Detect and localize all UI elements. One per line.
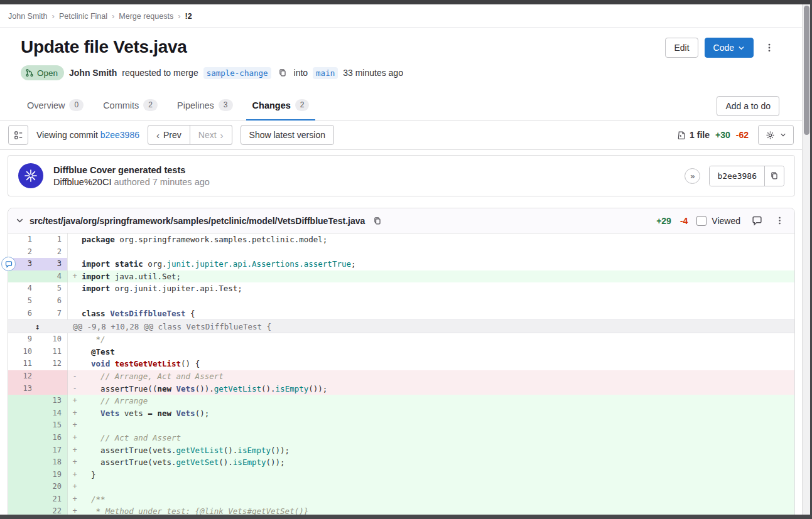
edit-button[interactable]: Edit — [665, 38, 698, 58]
diff-sign — [68, 346, 82, 358]
breadcrumb-mr-id[interactable]: !2 — [185, 12, 192, 21]
new-line-number[interactable]: 20 — [38, 481, 67, 493]
commit-expand-button[interactable]: » — [685, 168, 700, 184]
old-line-number[interactable] — [8, 493, 38, 506]
new-line-number[interactable]: 18 — [38, 456, 67, 469]
file-path[interactable]: src/test/java/org/springframework/sample… — [30, 216, 365, 226]
old-line-number[interactable] — [8, 481, 38, 493]
merge-request-icon — [25, 68, 34, 77]
file-browser-toggle-button[interactable] — [8, 125, 28, 145]
commit-sha: b2ee3986 — [710, 166, 764, 186]
new-line-number[interactable]: 13 — [38, 395, 67, 407]
diff-row: 21+ /** — [8, 493, 794, 506]
mr-author[interactable]: John Smith — [69, 68, 117, 78]
old-line-number[interactable] — [8, 469, 38, 481]
diff-sign: + — [68, 493, 82, 506]
old-line-number[interactable]: 1 — [8, 233, 38, 246]
commit-author[interactable]: Diffblue%20CI — [53, 177, 111, 187]
new-line-number[interactable]: 10 — [38, 333, 67, 346]
old-line-number[interactable] — [8, 395, 38, 407]
tab-commits[interactable]: Commits 2 — [97, 92, 164, 120]
old-line-number[interactable]: 9 — [8, 333, 38, 346]
new-line-number[interactable]: 14 — [38, 407, 67, 420]
old-line-number[interactable] — [8, 407, 38, 420]
code-line: +import java.util.Set; — [67, 270, 794, 283]
old-line-number[interactable] — [8, 270, 38, 283]
new-line-number[interactable]: 11 — [38, 346, 67, 358]
diff-row: 4+import java.util.Set; — [8, 270, 794, 283]
diff-toolbar: Viewing commit b2ee3986 ‹ Prev Next › Sh… — [0, 120, 802, 150]
code-dropdown-button[interactable]: Code — [705, 38, 754, 58]
new-line-number[interactable]: 2 — [38, 246, 67, 259]
viewed-checkbox[interactable] — [696, 216, 706, 226]
new-line-number[interactable]: 12 — [38, 358, 67, 370]
scrollbar-thumb[interactable] — [804, 6, 809, 135]
source-branch-chip[interactable]: sample-change — [203, 67, 271, 79]
new-line-number[interactable]: 17 — [38, 444, 67, 457]
old-line-number[interactable]: 12 — [8, 370, 38, 383]
collapse-chevron-icon[interactable] — [16, 217, 24, 225]
tab-pipelines[interactable]: Pipelines 3 — [171, 92, 239, 120]
copy-branch-button[interactable] — [276, 63, 289, 83]
mr-kebab-menu-button[interactable] — [760, 38, 779, 58]
old-line-number[interactable]: 10 — [8, 346, 38, 358]
diff-sign — [68, 282, 82, 295]
old-line-number[interactable]: 2 — [8, 246, 38, 259]
new-line-number[interactable]: 1 — [38, 233, 67, 246]
new-line-number[interactable] — [38, 370, 67, 383]
code-line: import static org.junit.jupiter.api.Asse… — [67, 258, 794, 270]
diff-row: 1112 void testGetVetList() { — [8, 358, 794, 370]
breadcrumb-group[interactable]: John Smith — [8, 12, 48, 21]
old-line-number[interactable]: 4 — [8, 282, 38, 295]
tab-overview[interactable]: Overview 0 — [21, 92, 90, 120]
viewing-commit-sha-link[interactable]: b2ee3986 — [100, 130, 139, 140]
old-line-number[interactable] — [8, 432, 38, 444]
add-todo-button[interactable]: Add a to do — [717, 96, 779, 116]
code-line: package org.springframework.samples.petc… — [67, 233, 794, 246]
new-line-number[interactable]: 6 — [38, 295, 67, 308]
copy-sha-button[interactable] — [764, 166, 784, 186]
old-line-number[interactable]: 11 — [8, 358, 38, 370]
copy-file-path-button[interactable] — [371, 211, 384, 231]
new-line-number[interactable]: 15 — [38, 419, 67, 432]
old-line-number[interactable] — [8, 444, 38, 457]
breadcrumb-merge-requests[interactable]: Merge requests — [119, 12, 173, 21]
old-line-number[interactable] — [8, 419, 38, 432]
diff-sign: + — [68, 432, 82, 444]
breadcrumb-project[interactable]: Petclinic Final — [59, 12, 107, 21]
changed-files-count[interactable]: 1 file — [677, 130, 710, 140]
diff-settings-button[interactable] — [758, 125, 794, 145]
file-comment-button[interactable] — [749, 211, 764, 231]
new-line-number[interactable]: 4 — [38, 270, 67, 283]
tab-changes[interactable]: Changes 2 — [246, 92, 316, 120]
new-line-number[interactable] — [38, 383, 67, 395]
old-line-number[interactable]: 13 — [8, 383, 38, 395]
page-scrollbar[interactable] — [802, 0, 810, 519]
code-line: + // Act and Assert — [67, 432, 794, 444]
file-tree-icon — [14, 131, 23, 140]
chevron-left-icon: ‹ — [156, 131, 160, 140]
diff-sign — [68, 308, 82, 320]
expand-lines-row[interactable]: ↕@@ -9,8 +10,28 @@ class VetsDiffblueTes… — [8, 319, 794, 333]
file-kebab-menu-button[interactable] — [773, 211, 786, 231]
old-line-number[interactable]: 5 — [8, 295, 38, 308]
prev-commit-button[interactable]: ‹ Prev — [148, 125, 190, 145]
new-line-number[interactable]: 7 — [38, 308, 67, 320]
new-line-number[interactable]: 21 — [38, 493, 67, 506]
commit-title[interactable]: Diffblue Cover generated tests — [53, 165, 674, 175]
expand-updown-icon[interactable]: ↕ — [8, 320, 67, 333]
avatar[interactable] — [18, 163, 43, 188]
new-line-number[interactable]: 16 — [38, 432, 67, 444]
new-line-number[interactable]: 3 — [38, 258, 67, 270]
old-line-number[interactable]: 6 — [8, 308, 38, 320]
new-line-number[interactable]: 5 — [38, 282, 67, 295]
next-commit-button[interactable]: Next › — [190, 125, 232, 145]
new-line-number[interactable]: 19 — [38, 469, 67, 481]
viewed-control: Viewed — [696, 216, 740, 226]
show-latest-version-button[interactable]: Show latest version — [241, 125, 334, 145]
target-branch-chip[interactable]: main — [313, 67, 338, 79]
old-line-number[interactable] — [8, 456, 38, 469]
code-line: @Test — [67, 346, 794, 358]
file-icon — [677, 131, 686, 140]
diff-table: 11package org.springframework.samples.pe… — [8, 233, 794, 519]
